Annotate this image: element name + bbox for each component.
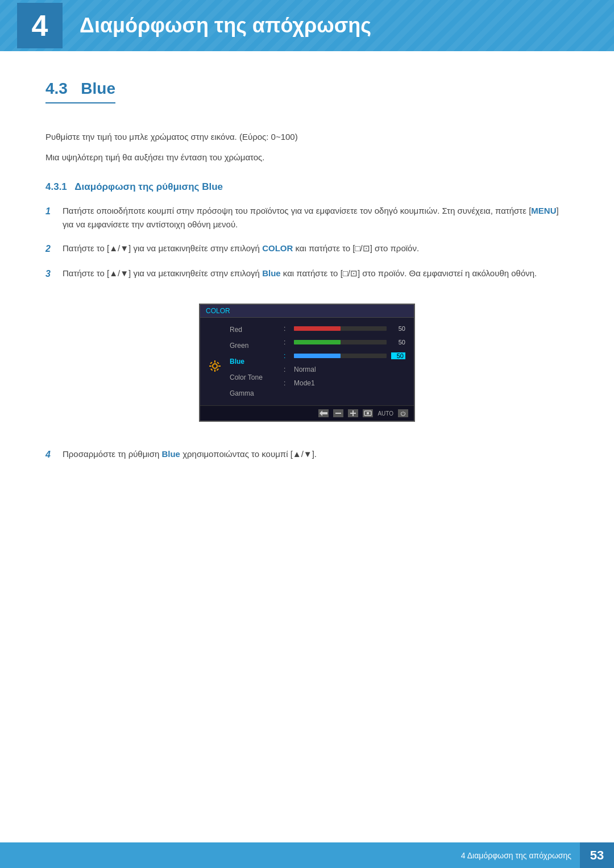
slider-value-red: 50: [391, 325, 405, 332]
header-banner: 4 Διαμόρφωση της απόχρωσης: [0, 0, 614, 51]
step-2-text: Πατήστε το [▲/▼] για να μετακινηθείτε στ…: [63, 242, 569, 255]
slider-bar-green: [294, 340, 387, 344]
section-heading: 4.3 Blue: [45, 80, 115, 103]
section-number: 4.3: [45, 80, 68, 97]
step-3-text: Πατήστε το [▲/▼] για να μετακινηθείτε στ…: [63, 267, 569, 280]
step-2: 2 Πατήστε το [▲/▼] για να μετακινηθείτε …: [45, 242, 569, 256]
step-4-text: Προσαρμόστε τη ρύθμιση Blue χρησιμοποιών…: [63, 447, 569, 461]
sliders-area: : 50 : 50: [284, 325, 405, 398]
value-colortone: Normal: [294, 366, 316, 373]
chapter-number: 4: [32, 9, 48, 43]
section-title: Blue: [81, 80, 115, 97]
svg-rect-14: [367, 412, 369, 414]
colon-green: :: [284, 338, 289, 346]
text-row-colortone: : Normal: [284, 366, 405, 373]
steps-list-2: 4 Προσαρμόστε τη ρύθμιση Blue χρησιμοποι…: [45, 447, 569, 462]
svg-rect-3: [209, 366, 211, 367]
slider-row-red: : 50: [284, 325, 405, 333]
svg-rect-2: [214, 369, 215, 372]
svg-rect-6: [217, 362, 219, 364]
svg-rect-5: [210, 362, 212, 364]
slider-value-green: 50: [391, 339, 405, 346]
page-footer: 4 Διαμόρφωση της απόχρωσης 53: [0, 842, 614, 868]
subsection-number: 4.3.1: [45, 181, 67, 192]
menu-items-list: Red Green Blue Color Tone Gamma: [230, 325, 281, 398]
step-4: 4 Προσαρμόστε τη ρύθμιση Blue χρησιμοποι…: [45, 447, 569, 462]
text-row-gamma: : Mode1: [284, 379, 405, 387]
footer-text: 4 Διαμόρφωση της απόχρωσης: [461, 851, 580, 860]
minus-icon: [333, 409, 343, 417]
monitor-screenshot-container: COLOR: [45, 292, 569, 433]
step-1-number: 1: [45, 204, 63, 219]
main-content: 4.3 Blue Ρυθμίστε την τιμή του μπλε χρώμ…: [0, 51, 614, 519]
monitor-icon-row: AUTO: [200, 405, 414, 421]
step-1-text: Πατήστε οποιοδήποτε κουμπί στην πρόσοψη …: [63, 204, 569, 231]
slider-fill-blue: [294, 354, 341, 358]
monitor-screenshot: COLOR: [199, 304, 415, 422]
blue-keyword: Blue: [262, 268, 281, 278]
colon-blue: :: [284, 352, 289, 360]
step-1: 1 Πατήστε οποιοδήποτε κουμπί στην πρόσοψ…: [45, 204, 569, 231]
gear-icon: [209, 360, 221, 372]
slider-bar-blue: [294, 354, 387, 358]
subsection-heading: 4.3.1 Διαμόρφωση της ρύθμισης Blue: [45, 181, 569, 193]
svg-rect-8: [217, 368, 219, 371]
colon-colortone: :: [284, 366, 289, 373]
step-3: 3 Πατήστε το [▲/▼] για να μετακινηθείτε …: [45, 267, 569, 281]
svg-point-0: [213, 364, 217, 368]
colon-red: :: [284, 325, 289, 333]
slider-value-blue: 50: [391, 352, 405, 359]
step-3-number: 3: [45, 267, 63, 281]
svg-rect-10: [335, 413, 341, 414]
subsection-title: Διαμόρφωση της ρύθμισης Blue: [74, 181, 223, 192]
header-title: Διαμόρφωση της απόχρωσης: [80, 14, 371, 38]
slider-fill-red: [294, 326, 341, 331]
monitor-menu-body: Red Green Blue Color Tone Gamma : 50: [200, 318, 414, 405]
menu-item-colortone: Color Tone: [230, 372, 281, 383]
svg-rect-12: [352, 410, 354, 416]
colon-gamma: :: [284, 379, 289, 387]
menu-item-gamma: Gamma: [230, 388, 281, 398]
description-1: Ρυθμίστε την τιμή του μπλε χρώματος στην…: [45, 130, 569, 144]
plus-icon: [348, 409, 358, 417]
back-icon: [318, 409, 329, 417]
power-icon: [398, 409, 408, 417]
slider-fill-green: [294, 340, 341, 344]
color-keyword: COLOR: [262, 243, 293, 253]
menu-keyword: MENU: [531, 206, 556, 215]
menu-title: COLOR: [206, 307, 230, 315]
step-4-number: 4: [45, 447, 63, 462]
gear-icon-area: [209, 333, 221, 398]
monitor-top-bar: COLOR: [200, 305, 414, 318]
footer-page-number: 53: [580, 842, 614, 868]
description-2: Μια υψηλότερη τιμή θα αυξήσει την ένταση…: [45, 151, 569, 164]
slider-bar-red: [294, 326, 387, 331]
source-icon: [363, 409, 373, 417]
slider-row-blue: : 50: [284, 352, 405, 360]
step-2-number: 2: [45, 242, 63, 256]
value-gamma: Mode1: [294, 379, 315, 387]
slider-row-green: : 50: [284, 338, 405, 346]
blue-keyword-step4: Blue: [161, 449, 180, 459]
menu-item-red: Red: [230, 325, 281, 335]
menu-item-green: Green: [230, 340, 281, 351]
svg-rect-1: [214, 360, 215, 363]
menu-item-blue: Blue: [230, 356, 281, 367]
svg-rect-4: [218, 366, 221, 367]
svg-rect-7: [210, 368, 213, 371]
chapter-number-box: 4: [17, 3, 63, 48]
auto-label: AUTO: [377, 410, 393, 417]
steps-list: 1 Πατήστε οποιοδήποτε κουμπί στην πρόσοψ…: [45, 204, 569, 281]
svg-marker-9: [320, 410, 327, 416]
